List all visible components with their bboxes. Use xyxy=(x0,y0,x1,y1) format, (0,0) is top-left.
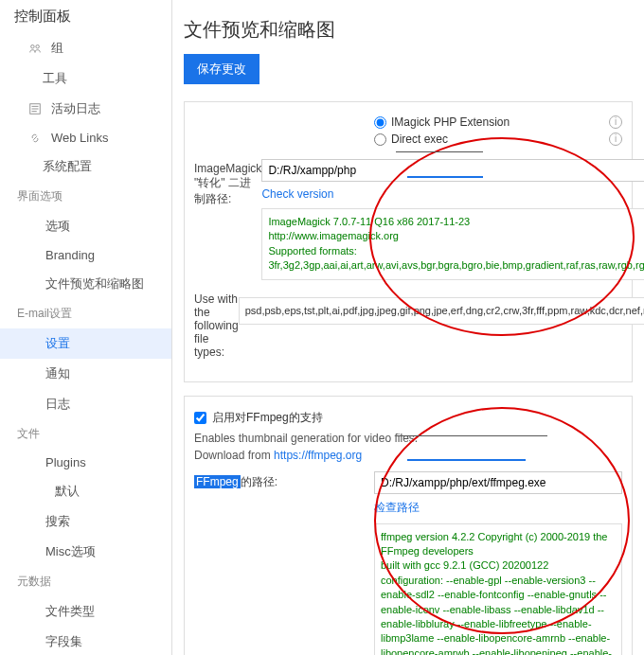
page-title: 文件预览和缩略图 xyxy=(184,17,633,43)
group-icon xyxy=(28,42,42,55)
ffmpeg-path-label: FFmpeg的路径: xyxy=(194,471,374,490)
sidebar-label: 组 xyxy=(51,40,63,57)
sidebar-item-weblinks[interactable]: Web Links xyxy=(0,124,171,151)
sidebar-item-fieldsets[interactable]: 字段集 xyxy=(0,627,171,655)
info-icon[interactable]: i xyxy=(609,115,622,129)
section-email: E-mail设置 xyxy=(0,299,171,328)
ffmpeg-enable-checkbox[interactable] xyxy=(194,412,206,424)
annotation-underline xyxy=(396,151,483,152)
sidebar-item-options[interactable]: 选项 xyxy=(0,211,171,241)
sidebar-item-tools[interactable]: 工具 xyxy=(0,63,171,94)
info-icon[interactable]: i xyxy=(609,133,622,146)
check-version-link[interactable]: Check version xyxy=(261,187,333,201)
imagick-version-output: ImageMagick 7.0.7-11 Q16 x86 2017-11-23 … xyxy=(261,208,644,280)
annotation-underline xyxy=(407,459,526,461)
sidebar-item-filetypes[interactable]: 文件类型 xyxy=(0,596,171,627)
sidebar-item-misc[interactable]: Misc选项 xyxy=(0,537,171,567)
sidebar-item-log[interactable]: 日志 xyxy=(0,389,171,419)
ffmpeg-link[interactable]: https://ffmpeg.org xyxy=(274,449,362,462)
sidebar-item-group[interactable]: 组 xyxy=(0,33,171,63)
check-path-link[interactable]: 检查路径 xyxy=(374,500,420,516)
svg-point-0 xyxy=(31,45,35,49)
sidebar-item-plugins[interactable]: Plugins xyxy=(0,449,171,476)
annotation-underline xyxy=(407,176,483,178)
sidebar: 组 工具 活动日志 Web Links 系统配置 界面选项 选项 Brandin… xyxy=(0,0,172,655)
sidebar-item-default[interactable]: 默认 xyxy=(0,476,171,506)
imagick-path-label: ImageMagick "转化" 二进制路径: xyxy=(194,159,261,207)
section-interface: 界面选项 xyxy=(0,182,171,211)
sidebar-item-notify[interactable]: 通知 xyxy=(0,359,171,389)
imagick-filetypes-label: Use with the following file types: xyxy=(194,290,239,359)
imagick-path-input[interactable] xyxy=(261,159,644,182)
section-files: 文件 xyxy=(0,419,171,449)
log-icon xyxy=(28,102,42,115)
ffmpeg-version-output: ffmpeg version 4.2.2 Copyright (c) 2000-… xyxy=(374,523,622,655)
imagemagick-panel: IMagick PHP Extension i Direct exec i Im… xyxy=(184,101,633,382)
app-header: 控制面板 xyxy=(14,0,71,33)
ffmpeg-enable-label: 启用对FFmpeg的支持 xyxy=(212,410,323,426)
sidebar-item-settings[interactable]: 设置 xyxy=(0,328,171,359)
sidebar-item-search[interactable]: 搜索 xyxy=(0,506,171,537)
radio-imagick-ext[interactable]: IMagick PHP Extension xyxy=(374,115,510,129)
sidebar-label: Web Links xyxy=(51,131,108,145)
radio-direct-exec[interactable]: Direct exec xyxy=(374,133,448,146)
annotation-underline xyxy=(396,435,547,436)
sidebar-item-activity-log[interactable]: 活动日志 xyxy=(0,94,171,124)
section-metadata: 元数据 xyxy=(0,567,171,596)
ffmpeg-desc1: Enables thumbnail generation for video f… xyxy=(194,432,622,445)
ffmpeg-path-input[interactable] xyxy=(374,471,622,494)
sidebar-item-sysconfig[interactable]: 系统配置 xyxy=(0,151,171,182)
save-button[interactable]: 保存更改 xyxy=(184,54,259,84)
sidebar-item-branding[interactable]: Branding xyxy=(0,241,171,269)
svg-point-1 xyxy=(36,45,40,49)
ffmpeg-panel: 启用对FFmpeg的支持 Enables thumbnail generatio… xyxy=(184,396,633,655)
sidebar-item-thumbnails[interactable]: 文件预览和缩略图 xyxy=(0,269,171,299)
sidebar-label: 活动日志 xyxy=(51,100,100,117)
main-content: 文件预览和缩略图 保存更改 IMagick PHP Extension i Di… xyxy=(172,0,644,655)
imagick-filetypes-output: psd,psb,eps,tst,plt,ai,pdf,jpg,jpeg,gif,… xyxy=(239,297,644,325)
link-icon xyxy=(28,132,42,145)
